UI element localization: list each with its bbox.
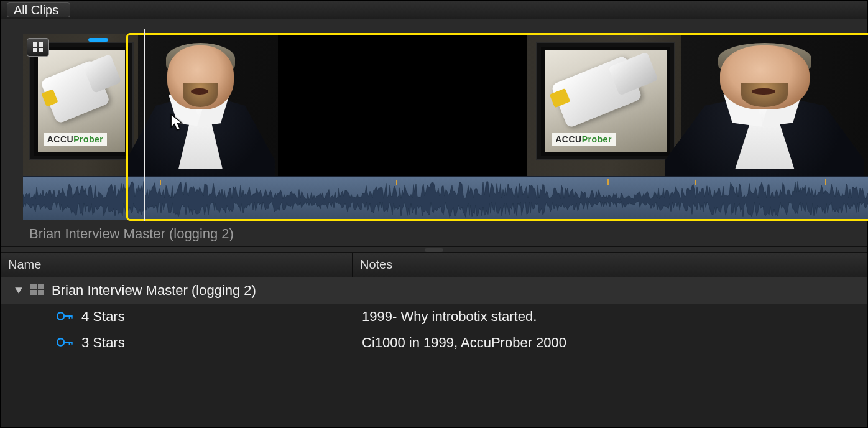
list-row-keyword[interactable]: 4 Stars 1999- Why introbotix started.	[1, 304, 867, 330]
clip-title-label: Brian Interview Master (logging 2)	[29, 226, 867, 242]
clip-wrap: ACCUProber	[23, 34, 867, 242]
svg-rect-6	[695, 180, 696, 185]
svg-rect-25	[71, 342, 72, 345]
video-strip: ACCUProber	[23, 34, 868, 176]
skimmer-grid-button[interactable]	[27, 38, 49, 57]
svg-rect-7	[825, 179, 826, 185]
clip-filter-label: All Clips	[14, 4, 58, 16]
browser-filter-bar: All Clips	[1, 1, 867, 19]
scrubber-thumb[interactable]	[425, 248, 443, 252]
column-header-notes[interactable]: Notes	[352, 253, 867, 277]
filmstrip-frame: ACCUProber	[23, 34, 278, 176]
svg-rect-10	[33, 48, 37, 52]
app-root: All Clips	[0, 0, 868, 428]
product-label: ACCUProber	[44, 133, 108, 146]
column-header-name[interactable]: Name	[1, 258, 352, 272]
row-notes[interactable]: 1999- Why introbotix started.	[352, 309, 867, 325]
list-row-keyword[interactable]: 3 Stars Ci1000 in 1999, AccuProber 2000	[1, 330, 867, 356]
clip-browser[interactable]: ACCUProber	[1, 19, 867, 246]
svg-rect-11	[39, 48, 43, 52]
grid-icon	[32, 42, 44, 53]
svg-marker-13	[15, 287, 22, 293]
row-notes[interactable]: Ci1000 in 1999, AccuProber 2000	[352, 335, 867, 351]
clip-thumb-icon	[30, 282, 44, 299]
filmstrip-frame: ACCUProber	[527, 34, 868, 176]
svg-rect-21	[71, 315, 72, 319]
list-header: Name Notes	[1, 253, 867, 277]
svg-rect-24	[69, 342, 70, 345]
svg-rect-23	[63, 342, 72, 343]
svg-rect-15	[38, 284, 44, 289]
svg-point-22	[57, 338, 64, 345]
svg-rect-19	[63, 315, 72, 317]
product-label: ACCUProber	[552, 133, 616, 146]
list-body[interactable]: Brian Interview Master (logging 2) 4 Sta…	[1, 277, 867, 427]
svg-rect-17	[38, 290, 44, 295]
keyword-key-icon	[57, 309, 74, 325]
browser-scrubber[interactable]	[1, 246, 867, 253]
filmstrip-frame-blank	[278, 34, 527, 176]
clip-filmstrip[interactable]: ACCUProber	[23, 34, 868, 220]
clip-filter-popup[interactable]: All Clips	[7, 2, 70, 17]
row-name: Brian Interview Master (logging 2)	[52, 282, 256, 299]
svg-point-18	[57, 312, 64, 319]
audio-waveform	[23, 176, 868, 220]
svg-rect-8	[33, 42, 37, 47]
svg-rect-3	[160, 180, 161, 185]
svg-rect-16	[30, 290, 37, 295]
list-row-parent[interactable]: Brian Interview Master (logging 2)	[1, 277, 867, 304]
svg-rect-9	[39, 42, 43, 47]
svg-rect-5	[607, 179, 609, 185]
row-name: 4 Stars	[81, 309, 125, 325]
keyword-key-icon	[57, 335, 74, 351]
svg-rect-14	[30, 284, 37, 289]
row-name: 3 Stars	[81, 335, 125, 351]
svg-rect-20	[69, 315, 70, 319]
svg-rect-4	[396, 180, 397, 185]
disclosure-triangle-icon[interactable]	[14, 282, 23, 299]
